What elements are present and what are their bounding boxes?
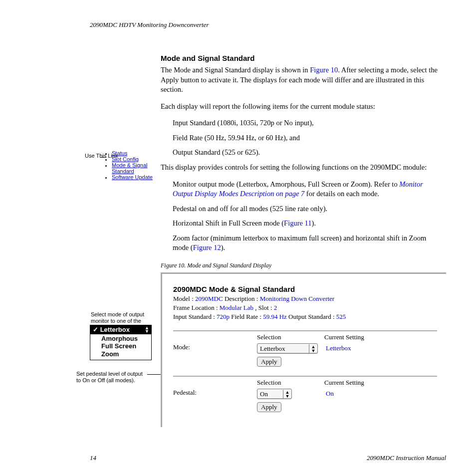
mode-options-popup[interactable]: ✓ Letterbox ▲▼ Amorphous Full Screen Zoo… [90, 325, 152, 360]
fig-frame-line: Frame Location : Modular Lab , Slot : 2 [173, 303, 437, 312]
fig-mode-row: Mode: Selection Letterbox ▲▼ Apply Curre… [173, 330, 437, 367]
mode-current-value: Letterbox [324, 344, 351, 352]
fig-pedestal-row: Pedestal: Selection On ▲▼ Apply Current … [173, 376, 437, 412]
fig-standard-line: Input Standard : 720p Field Rate : 59.94… [173, 312, 437, 321]
link-figure-10[interactable]: Figure 10 [310, 66, 338, 74]
pedestal-dropdown[interactable]: On ▲▼ [257, 389, 292, 399]
footer-title: 2090MDC Instruction Manual [367, 454, 446, 462]
mode-label: Mode: [173, 333, 257, 367]
chevron-up-down-icon: ▲▼ [145, 326, 149, 333]
option-zoom[interactable]: Zoom [101, 350, 149, 358]
selection-header: Selection [257, 379, 324, 387]
link-figure-11[interactable]: Figure 11 [284, 219, 311, 227]
section-heading: Mode and Signal Standard [161, 54, 439, 62]
current-setting-header: Current Setting [324, 333, 437, 341]
list-item-2: Field Rate (50 Hz, 59.94 Hz, or 60 Hz), … [161, 133, 439, 143]
list-item-6: Horizontal Shift in Full Screen mode (Fi… [161, 219, 439, 229]
figure-caption: Figure 10. Mode and Signal Standard Disp… [161, 262, 446, 269]
option-amorphous[interactable]: Amorphous [101, 335, 149, 343]
list-item-4: Monitor output mode (Letterbox, Amorphou… [161, 180, 439, 199]
fig-title: 2090MDC Mode & Signal Standard [173, 285, 437, 293]
current-setting-header: Current Setting [324, 379, 437, 387]
check-icon: ✓ Letterbox [93, 326, 130, 333]
sidebar-label: Use This Link [85, 153, 118, 159]
mode-apply-button[interactable]: Apply [257, 357, 281, 367]
list-item-7: Zoom factor (minimum letterbox to maximu… [161, 234, 439, 253]
pedestal-apply-button[interactable]: Apply [257, 402, 281, 412]
selection-header: Selection [257, 333, 324, 341]
list-item-3: Output Standard (525 or 625). [161, 148, 439, 158]
link-figure-12[interactable]: Figure 12 [193, 243, 221, 251]
para-3: This display provides controls for setti… [161, 163, 439, 173]
mode-dropdown[interactable]: Letterbox ▲▼ [257, 343, 318, 354]
sidebar-link-software-update[interactable]: Software Update [112, 174, 153, 180]
running-header: 2090MDC HDTV Monitoring Downconverter [30, 21, 446, 29]
option-full-screen[interactable]: Full Screen [101, 342, 149, 350]
fig-model-line: Model : 2090MDC Description : Monitoring… [173, 294, 437, 303]
page-number: 14 [30, 454, 96, 462]
figure-screenshot: 2090MDC Mode & Signal Standard Model : 2… [161, 272, 446, 428]
list-item-5: Pedestal on and off for all modes (525 l… [161, 204, 439, 214]
connector-line [100, 157, 106, 158]
pedestal-label: Pedestal: [173, 379, 257, 412]
annotation-pedestal: Set pedestal level of output to On or Of… [76, 371, 146, 384]
para-1: The Mode and Signal Standard display is … [161, 65, 439, 95]
para-2: Each display will report the following i… [161, 102, 439, 112]
pedestal-current-value: On [324, 390, 334, 397]
list-item-1: Input Standard (1080i, 1035i, 720p or No… [161, 118, 439, 128]
chevron-up-down-icon: ▲▼ [309, 344, 317, 353]
sidebar-link-mode-signal[interactable]: Mode & Signal Standard [112, 162, 148, 174]
annotation-line-2 [147, 374, 161, 375]
sidebar-link-callout: Use This Link Status Slot Config Mode & … [85, 150, 161, 180]
chevron-up-down-icon: ▲▼ [283, 390, 291, 399]
